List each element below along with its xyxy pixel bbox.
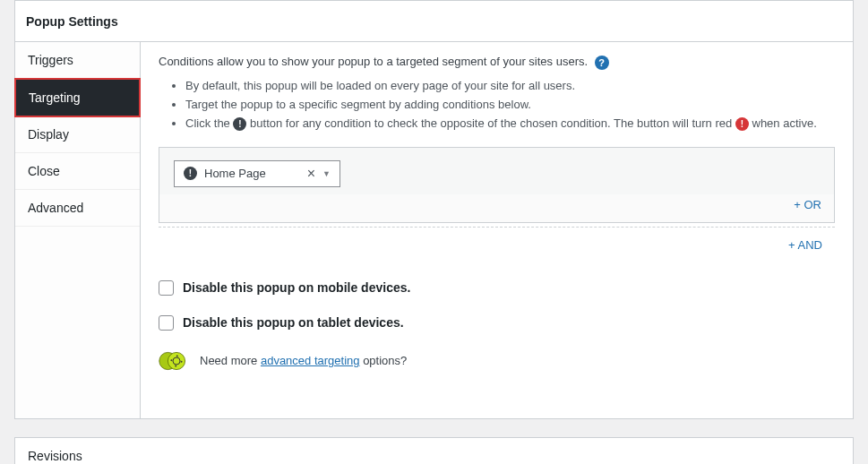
tab-targeting[interactable]: Targeting (14, 78, 141, 117)
condition-chip[interactable]: ! Home Page × ▼ (174, 160, 340, 187)
revisions-panel: Revisions (14, 437, 854, 464)
panel-header: Popup Settings (15, 1, 853, 42)
add-or-button[interactable]: + OR (159, 194, 834, 222)
tab-display[interactable]: Display (15, 116, 140, 153)
tab-triggers[interactable]: Triggers (15, 42, 140, 79)
disable-tablet-checkbox[interactable] (159, 315, 174, 331)
advanced-targeting-link[interactable]: advanced targeting (261, 354, 360, 367)
revisions-title: Revisions (15, 438, 853, 464)
disable-mobile-row: Disable this popup on mobile devices. (159, 280, 835, 296)
promo-text: Need more advanced targeting options? (200, 354, 407, 367)
disable-tablet-row: Disable this popup on tablet devices. (159, 315, 835, 331)
condition-label: Home Page (204, 167, 302, 180)
intro-paragraph: Conditions allow you to show your popup … (159, 55, 835, 70)
not-icon-active: ! (735, 117, 749, 131)
promo-row: Need more advanced targeting options? (159, 350, 835, 372)
chevron-down-icon[interactable]: ▼ (321, 169, 336, 178)
bullet-1: By default, this popup will be loaded on… (185, 79, 835, 92)
tab-content: Conditions allow you to show your popup … (141, 42, 853, 418)
tab-close[interactable]: Close (15, 153, 140, 190)
settings-tabs: Triggers Targeting Display Close Advance… (15, 42, 141, 418)
disable-tablet-label[interactable]: Disable this popup on tablet devices. (183, 315, 404, 330)
add-and-button[interactable]: + AND (159, 227, 835, 262)
not-icon: ! (233, 117, 246, 131)
not-toggle-icon[interactable]: ! (184, 167, 197, 180)
svg-point-1 (168, 352, 185, 369)
intro-bullets: By default, this popup will be loaded on… (159, 79, 835, 131)
disable-mobile-checkbox[interactable] (159, 280, 174, 296)
popup-settings-panel: Popup Settings Triggers Targeting Displa… (14, 0, 854, 419)
help-icon[interactable]: ? (595, 56, 609, 70)
bullet-3: Click the ! button for any condition to … (185, 116, 835, 131)
panel-body: Triggers Targeting Display Close Advance… (15, 42, 853, 418)
intro-text: Conditions allow you to show your popup … (159, 55, 588, 68)
panel-title: Popup Settings (26, 14, 118, 29)
remove-condition-icon[interactable]: × (302, 166, 321, 182)
tab-advanced[interactable]: Advanced (15, 190, 140, 227)
condition-row: ! Home Page × ▼ (159, 148, 834, 194)
bullet-2: Target the popup to a specific segment b… (185, 98, 835, 111)
gear-icon (159, 350, 187, 372)
conditions-panel: ! Home Page × ▼ + OR (159, 147, 835, 223)
disable-mobile-label[interactable]: Disable this popup on mobile devices. (183, 280, 410, 295)
